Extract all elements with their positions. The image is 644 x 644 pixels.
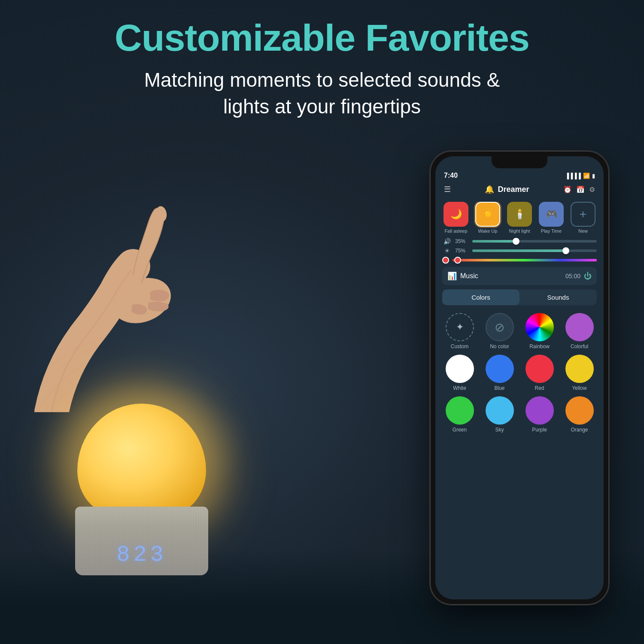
color-label-orange: Orange [571,427,588,433]
preset-btn-new[interactable]: + [571,202,595,227]
color-label-nocolor: No color [490,343,509,349]
brightness-track[interactable] [472,249,597,252]
volume-thumb[interactable] [513,238,519,245]
device-name-row: 🔔 Dreamer [485,185,529,194]
color-item-white[interactable]: White [442,355,477,391]
timer-icon[interactable]: ⏰ [563,185,572,194]
preset-btn-fall-asleep[interactable]: 🌙 [444,202,468,227]
music-row[interactable]: 📊 Music 05:00 ⏻ [442,267,597,285]
preset-btn-wake-up[interactable]: ☀️ [475,202,500,227]
phone-screen: 7:40 ▐▐▐▐ 📶 ▮ ☰ 🔔 Dreamer ⏰ [435,156,604,599]
color-circle-nocolor[interactable]: ⊘ [486,313,514,341]
volume-track[interactable] [472,240,597,243]
preset-label-fall-asleep: Fall asleep [444,228,467,234]
main-title: Customizable Favorites [0,17,644,59]
color-label-colorful: Colorful [571,343,588,349]
topbar-icons[interactable]: ⏰ 📅 ⚙ [563,185,595,194]
brightness-icon: ☀ [442,247,452,254]
color-grid: ✦ Custom ⊘ No color Rainbow [442,310,597,436]
color-item-custom[interactable]: ✦ Custom [442,313,477,349]
tab-colors[interactable]: Colors [442,289,519,305]
phone-shell: 7:40 ▐▐▐▐ 📶 ▮ ☰ 🔔 Dreamer ⏰ [429,150,610,605]
status-icons: ▐▐▐▐ 📶 ▮ [565,173,595,179]
color-circle-purple[interactable] [526,396,554,425]
color-item-nocolor[interactable]: ⊘ No color [482,313,517,349]
color-item-red[interactable]: Red [522,355,557,391]
device-name-label: Dreamer [498,185,529,194]
tabs-row: Colors Sounds [442,289,597,305]
wifi-icon: 📶 [583,173,590,179]
device-icon: 🔔 [485,185,494,194]
status-bar: 7:40 ▐▐▐▐ 📶 ▮ [435,168,604,181]
subtitle: Matching moments to selected sounds & li… [137,67,507,120]
music-time: 05:00 [565,273,580,279]
status-time: 7:40 [444,172,458,179]
color-thumb[interactable] [454,257,461,264]
brightness-slider-row[interactable]: ☀ 75% [442,247,597,254]
brightness-thumb[interactable] [562,247,569,254]
brightness-fill [472,249,566,252]
lamp-display: 823 [116,542,167,568]
battery-icon: ▮ [592,173,595,179]
settings-icon[interactable]: ⚙ [589,185,595,194]
preset-label-wake-up: Wake Up [478,228,498,234]
volume-fill [472,240,516,243]
phone-container: 7:40 ▐▐▐▐ 📶 ▮ ☰ 🔔 Dreamer ⏰ [429,150,610,605]
color-item-yellow[interactable]: Yellow [562,355,597,391]
tab-sounds[interactable]: Sounds [519,289,597,305]
preset-play-time[interactable]: 🎮 Play Time [538,202,565,234]
color-circle-rainbow[interactable] [526,313,554,341]
phone-notch [492,156,547,168]
color-label-custom: Custom [451,343,468,349]
color-label-purple: Purple [532,427,547,433]
color-label-blue: Blue [494,385,504,391]
color-circle-sky[interactable] [486,396,514,425]
preset-new[interactable]: + New [569,202,597,234]
music-label: Music [460,272,562,280]
preset-label-night-light: Night light [509,228,530,234]
color-track[interactable] [453,259,597,261]
volume-icon: 🔊 [442,238,452,245]
color-label-rainbow: Rainbow [529,343,550,349]
power-button[interactable]: ⏻ [584,272,592,281]
preset-btn-night-light[interactable]: 🕯️ [507,202,532,227]
color-circle-orange[interactable] [565,396,594,425]
lamp-glow [34,378,249,507]
presets-row: 🌙 Fall asleep ☀️ Wake Up 🕯️ Night light … [442,202,597,234]
color-label-yellow: Yellow [572,385,586,391]
app-topbar[interactable]: ☰ 🔔 Dreamer ⏰ 📅 ⚙ [442,181,597,197]
color-item-colorful[interactable]: Colorful [562,313,597,349]
signal-icon: ▐▐▐▐ [565,173,581,179]
preset-wake-up[interactable]: ☀️ Wake Up [474,202,501,234]
color-circle-yellow[interactable] [565,355,594,383]
color-circle-white[interactable] [446,355,474,383]
preset-fall-asleep[interactable]: 🌙 Fall asleep [442,202,470,234]
preset-label-new: New [578,228,588,234]
color-item-purple[interactable]: Purple [522,396,557,433]
color-circle-custom[interactable]: ✦ [446,313,474,341]
color-label-red: Red [535,385,544,391]
color-item-green[interactable]: Green [442,396,477,433]
lamp-fabric: 823 [75,507,208,575]
calendar-icon[interactable]: 📅 [576,185,585,194]
color-circle-red[interactable] [526,355,554,383]
menu-icon[interactable]: ☰ [444,185,451,194]
color-circle-green[interactable] [446,396,474,425]
color-item-orange[interactable]: Orange [562,396,597,433]
preset-btn-play-time[interactable]: 🎮 [539,202,564,227]
color-slider-row[interactable] [442,257,597,264]
color-item-sky[interactable]: Sky [482,396,517,433]
preset-night-light[interactable]: 🕯️ Night light [506,202,533,234]
color-label-sky: Sky [495,427,504,433]
app-content: ☰ 🔔 Dreamer ⏰ 📅 ⚙ 🌙 Fall aslee [435,181,604,436]
color-item-blue[interactable]: Blue [482,355,517,391]
music-bars-icon: 📊 [447,271,457,281]
volume-pct: 35% [455,238,469,244]
color-circle-blue[interactable] [486,355,514,383]
sliders-section: 🔊 35% ☀ 75% [442,238,597,264]
color-item-rainbow[interactable]: Rainbow [522,313,557,349]
brightness-pct: 75% [455,248,469,254]
color-circle-colorful[interactable] [565,313,594,341]
volume-slider-row[interactable]: 🔊 35% [442,238,597,245]
color-dot [442,257,449,264]
